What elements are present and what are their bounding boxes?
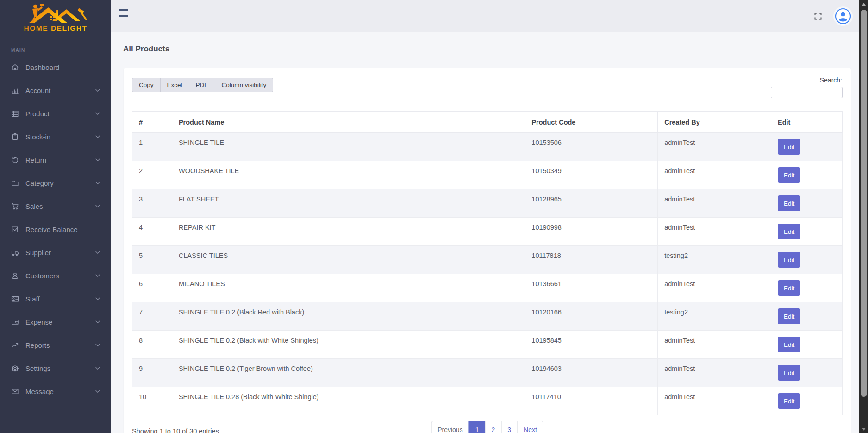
topbar [111,0,859,32]
edit-button[interactable]: Edit [778,139,800,155]
cell-num: 3 [132,189,172,218]
sidebar-item-receive-balance[interactable]: Receive Balance [0,218,111,241]
table-toolbar: CopyExcelPDFColumn visibility Search: [132,78,843,98]
sidebar-item-customers[interactable]: Customers [0,264,111,287]
cell-name: FLAT SHEET [172,189,525,218]
page-button-3[interactable]: 3 [501,421,518,433]
scroll-down-arrow-icon[interactable] [859,425,868,433]
sidebar-item-sales[interactable]: Sales [0,195,111,218]
chevron-down-icon [95,297,100,301]
column-visibility-button[interactable]: Column visibility [215,78,274,92]
cell-name: CLASSIC TILES [172,246,525,274]
chevron-down-icon [95,251,100,254]
column-header-num[interactable]: # [132,112,172,133]
cell-created_by: testing2 [658,246,771,274]
sidebar-item-expense[interactable]: Expense [0,310,111,333]
table-row: 6MILANO TILES10136661adminTestEdit [132,274,843,302]
sidebar-item-stock-in[interactable]: Stock-in [0,125,111,148]
page-button-next[interactable]: Next [517,421,543,433]
cell-num: 9 [132,359,172,387]
cell-num: 2 [132,161,172,189]
edit-button[interactable]: Edit [778,365,800,381]
sidebar-item-return[interactable]: Return [0,148,111,171]
cell-created_by: adminTest [658,189,771,218]
chevron-down-icon [95,320,100,324]
cell-code: 10153506 [525,133,658,161]
chevron-down-icon [95,135,100,138]
search-input[interactable] [771,87,843,98]
cell-name: WOODSHAKE TILE [172,161,525,189]
cell-code: 10195845 [525,331,658,359]
page-button-2[interactable]: 2 [485,421,501,433]
sidebar-item-settings[interactable]: Settings [0,357,111,380]
chevron-down-icon [95,89,100,92]
menu-icon[interactable] [119,9,129,17]
copy-button[interactable]: Copy [132,78,161,92]
cell-edit: Edit [771,274,843,302]
chevron-down-icon [95,367,100,370]
chevron-down-icon [95,344,100,347]
table-row: 5CLASSIC TILES10117818testing2Edit [132,246,843,274]
column-header-product-code[interactable]: Product Code [525,112,658,133]
chevron-down-icon [95,390,100,393]
brand-logo[interactable]: HOME DELIGHT [0,0,111,35]
folder-icon [11,179,19,187]
gear-icon [11,364,19,372]
column-header-created-by[interactable]: Created By [658,112,771,133]
wallet-icon [11,318,19,326]
cell-created_by: adminTest [658,359,771,387]
sidebar-item-message[interactable]: Message [0,380,111,403]
page-button-1[interactable]: 1 [469,421,486,433]
scroll-up-arrow-icon[interactable] [859,0,868,8]
entries-summary: Showing 1 to 10 of 30 entries [132,427,219,433]
edit-button[interactable]: Edit [778,195,800,211]
clipboard-icon [11,133,19,141]
products-table: #Product NameProduct CodeCreated ByEdit … [132,111,843,415]
edit-button[interactable]: Edit [778,337,800,352]
pagination: Previous123Next [431,421,543,433]
cell-code: 10190998 [525,218,658,246]
sidebar-item-category[interactable]: Category [0,171,111,195]
page-button-previous[interactable]: Previous [431,421,469,433]
edit-button[interactable]: Edit [778,308,800,324]
chevron-down-icon [95,182,100,185]
trend-icon [11,341,19,349]
edit-button[interactable]: Edit [778,224,800,239]
cell-num: 8 [132,331,172,359]
table-row: 10SHINGLE TILE 0.28 (Black with White Sh… [132,387,843,415]
sidebar-item-supplier[interactable]: Supplier [0,241,111,264]
cell-created_by: adminTest [658,274,771,302]
id-card-icon [11,295,19,303]
chevron-down-icon [95,205,100,208]
table-row: 7SHINGLE TILE 0.2 (Black Red with Black)… [132,302,843,331]
cell-code: 10150349 [525,161,658,189]
sidebar-item-product[interactable]: Product [0,102,111,125]
column-header-edit[interactable]: Edit [771,112,843,133]
cell-edit: Edit [771,302,843,331]
edit-button[interactable]: Edit [778,393,800,409]
cell-edit: Edit [771,133,843,161]
cell-num: 4 [132,218,172,246]
cell-name: SHINGLE TILE 0.2 (Black with White Shing… [172,331,525,359]
sidebar-item-staff[interactable]: Staff [0,287,111,310]
edit-button[interactable]: Edit [778,252,800,268]
sidebar-item-reports[interactable]: Reports [0,333,111,357]
edit-button[interactable]: Edit [778,280,800,296]
sidebar-item-dashboard[interactable]: Dashboard [0,56,111,79]
scrollbar-thumb[interactable] [861,10,867,397]
cell-name: MILANO TILES [172,274,525,302]
sidebar: HOME DELIGHT MAIN DashboardAccountProduc… [0,0,111,433]
user-avatar[interactable] [835,8,851,25]
excel-button[interactable]: Excel [160,78,189,92]
pdf-button[interactable]: PDF [189,78,215,92]
edit-button[interactable]: Edit [778,167,800,183]
envelope-icon [11,388,19,395]
cell-edit: Edit [771,189,843,218]
sidebar-item-account[interactable]: Account [0,79,111,102]
person-icon [11,272,19,280]
column-header-product-name[interactable]: Product Name [172,112,525,133]
cell-created_by: adminTest [658,161,771,189]
fullscreen-icon[interactable] [814,12,822,20]
cell-name: SHINGLE TILE [172,133,525,161]
cell-name: SHINGLE TILE 0.2 (Black Red with Black) [172,302,525,331]
